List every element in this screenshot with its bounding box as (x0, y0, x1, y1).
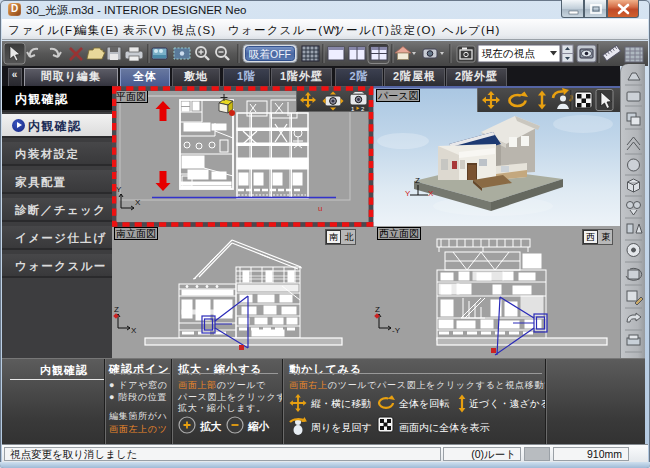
svg-text:X: X (131, 326, 137, 335)
svg-text:現在の視点: 現在の視点 (481, 47, 535, 59)
svg-text:画面内に全体を表示: 画面内に全体を表示 (399, 422, 489, 433)
svg-text:縮小: 縮小 (247, 420, 270, 432)
svg-text:Z: Z (114, 305, 119, 314)
svg-text:X: X (135, 198, 141, 207)
svg-text:2: 2 (361, 106, 365, 111)
svg-text:近づく・遠ざかる: 近づく・遠ざかる (469, 398, 547, 409)
svg-text:全体を回転: 全体を回転 (398, 398, 449, 409)
svg-text:縦・横に移動: 縦・横に移動 (310, 398, 371, 409)
svg-text:X: X (428, 189, 434, 198)
svg-text:吸着OFF: 吸着OFF (249, 48, 291, 60)
svg-text:Y: Y (116, 185, 122, 194)
svg-text:Z: Z (415, 176, 420, 185)
svg-text:Y: Y (405, 189, 411, 198)
svg-text:-Y: -Y (392, 326, 401, 335)
svg-text:Z: Z (375, 305, 380, 314)
svg-text:u: u (318, 204, 322, 213)
svg-text:拡大: 拡大 (199, 420, 222, 432)
svg-text:7: 7 (113, 169, 118, 178)
svg-text:1: 1 (351, 106, 355, 111)
svg-text:周りを見回す: 周りを見回す (311, 422, 372, 433)
